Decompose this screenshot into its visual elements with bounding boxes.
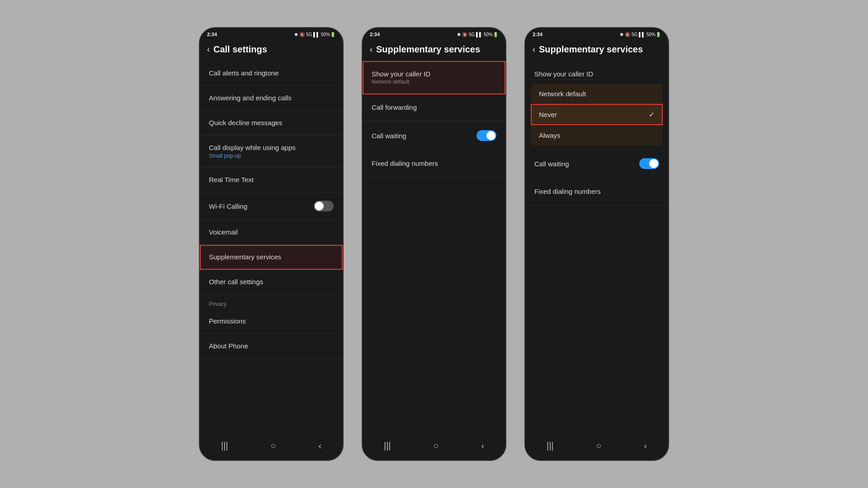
dropdown-option-always[interactable]: Always (531, 125, 663, 145)
status-bar-2: 2:34 ✱ 🔇 5G ▌▌ 50%🔋 (363, 28, 505, 39)
menu-item-show-caller-id[interactable]: Show your caller ID Network default (363, 61, 505, 94)
nav-menu-3[interactable]: ||| (538, 439, 563, 453)
content-area-1: Call alerts and ringtone Answering and e… (200, 61, 343, 433)
content-area-2: Show your caller ID Network default Call… (363, 61, 505, 433)
nav-back-2[interactable]: ‹ (472, 439, 493, 453)
page-header-1: ‹ Call settings (200, 39, 343, 61)
page-header-2: ‹ Supplementary services (363, 39, 505, 61)
nav-back-1[interactable]: ‹ (309, 439, 330, 453)
menu-item-call-forwarding[interactable]: Call forwarding (363, 94, 505, 121)
phone-frame-2: 2:34 ✱ 🔇 5G ▌▌ 50%🔋 ‹ Supplementary serv… (362, 27, 506, 461)
nav-bar-1: ||| ○ ‹ (200, 433, 343, 460)
menu-item-call-display[interactable]: Call display while using apps Small pop-… (200, 136, 343, 168)
nav-menu-1[interactable]: ||| (212, 439, 237, 453)
status-bar-1: 2:34 ✱ 🔇 5G ▌▌ 50%🔋 (200, 28, 343, 39)
page-title-2: Supplementary services (376, 44, 480, 55)
caller-id-row[interactable]: Show your caller ID (525, 61, 668, 80)
menu-item-wifi-calling[interactable]: Wi-Fi Calling (200, 192, 343, 220)
nav-home-1[interactable]: ○ (261, 439, 285, 453)
back-icon-3[interactable]: ‹ (533, 45, 535, 54)
privacy-section-label: Privacy (200, 295, 343, 309)
wifi-calling-toggle[interactable] (314, 201, 334, 211)
dropdown-option-never[interactable]: Never ✓ (531, 104, 663, 125)
menu-item-answering-ending[interactable]: Answering and ending calls (200, 86, 343, 111)
menu-item-permissions[interactable]: Permissions (200, 309, 343, 334)
page-title-1: Call settings (213, 44, 267, 55)
time-1: 2:34 (207, 32, 217, 37)
nav-bar-2: ||| ○ ‹ (363, 433, 505, 460)
battery-3: ✱ 🔇 5G ▌▌ 50%🔋 (620, 32, 661, 37)
menu-item-other-call[interactable]: Other call settings (200, 270, 343, 295)
content-area-3: Show your caller ID Network default Neve… (525, 61, 668, 433)
menu-item-fixed-dialing-3[interactable]: Fixed dialing numbers (525, 178, 668, 205)
nav-menu-2[interactable]: ||| (375, 439, 400, 453)
battery-1: ✱ 🔇 5G ▌▌ 50%🔋 (294, 32, 335, 37)
menu-item-call-alerts[interactable]: Call alerts and ringtone (200, 61, 343, 86)
caller-id-dropdown: Network default Never ✓ Always (531, 84, 663, 145)
menu-item-call-waiting[interactable]: Call waiting (363, 121, 505, 150)
dropdown-option-network-default[interactable]: Network default (531, 84, 663, 104)
menu-item-quick-decline[interactable]: Quick decline messages (200, 111, 343, 136)
page-header-3: ‹ Supplementary services (525, 39, 668, 61)
time-3: 2:34 (533, 32, 542, 37)
menu-item-real-time-text[interactable]: Real Time Text (200, 168, 343, 192)
call-waiting-toggle-3[interactable] (639, 158, 659, 169)
time-2: 2:34 (370, 32, 380, 37)
phone-frame-1: 2:34 ✱ 🔇 5G ▌▌ 50%🔋 ‹ Call settings Call… (199, 27, 344, 461)
nav-home-3[interactable]: ○ (587, 439, 610, 453)
menu-item-supplementary[interactable]: Supplementary services (200, 245, 343, 270)
check-icon-never: ✓ (649, 110, 655, 119)
back-icon-1[interactable]: ‹ (207, 45, 210, 54)
nav-back-3[interactable]: ‹ (635, 439, 656, 453)
nav-bar-3: ||| ○ ‹ (525, 433, 668, 460)
phone-frame-3: 2:34 ✱ 🔇 5G ▌▌ 50%🔋 ‹ Supplementary serv… (524, 27, 669, 461)
page-title-3: Supplementary services (539, 44, 643, 55)
battery-2: ✱ 🔇 5G ▌▌ 50%🔋 (457, 32, 498, 37)
call-waiting-toggle-2[interactable] (476, 130, 496, 141)
menu-item-voicemail[interactable]: Voicemail (200, 220, 343, 245)
back-icon-2[interactable]: ‹ (370, 45, 373, 54)
menu-item-call-waiting-3[interactable]: Call waiting (525, 149, 668, 178)
status-bar-3: 2:34 ✱ 🔇 5G ▌▌ 50%🔋 (525, 28, 668, 39)
menu-item-about-phone[interactable]: About Phone (200, 334, 343, 359)
menu-item-fixed-dialing[interactable]: Fixed dialing numbers (363, 150, 505, 177)
nav-home-2[interactable]: ○ (424, 439, 448, 453)
